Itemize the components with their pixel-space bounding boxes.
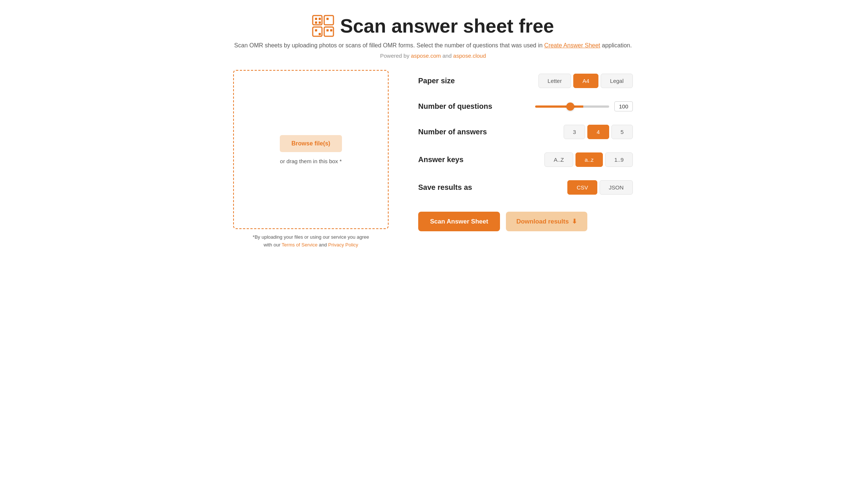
privacy-link[interactable]: Privacy Policy	[328, 242, 358, 248]
page-title: Scan answer sheet free	[340, 15, 554, 37]
action-buttons: Scan Answer Sheet Download results ⬇	[418, 212, 633, 231]
paper-size-label: Paper size	[418, 77, 507, 85]
drag-text: or drag them in this box *	[280, 158, 342, 164]
svg-rect-8	[326, 29, 329, 31]
create-answer-sheet-link[interactable]: Create Answer Sheet	[544, 42, 600, 48]
format-json[interactable]: JSON	[600, 180, 633, 195]
download-results-button[interactable]: Download results ⬇	[506, 212, 587, 231]
svg-rect-7	[324, 27, 333, 36]
svg-rect-5	[324, 16, 333, 25]
powered-by: Powered by aspose.com and aspose.cloud	[233, 53, 633, 59]
keys-lowercase[interactable]: a..z	[575, 152, 603, 167]
drop-zone[interactable]: Browse file(s) or drag them in this box …	[233, 70, 389, 229]
svg-rect-3	[315, 21, 317, 24]
questions-slider[interactable]	[535, 105, 609, 108]
save-format-control: CSV JSON	[567, 180, 633, 195]
save-results-label: Save results as	[418, 183, 507, 192]
tos-link[interactable]: Terms of Service	[282, 242, 318, 248]
paper-size-letter[interactable]: Letter	[538, 74, 571, 88]
svg-rect-2	[319, 18, 321, 20]
page-header: Scan answer sheet free Scan OMR sheets b…	[233, 15, 633, 59]
num-answers-row: Number of answers 3 4 5	[418, 125, 633, 139]
paper-size-legal[interactable]: Legal	[601, 74, 633, 88]
keys-uppercase[interactable]: A..Z	[544, 152, 573, 167]
svg-rect-11	[315, 29, 317, 31]
answer-keys-control: A..Z a..z 1..9	[544, 152, 633, 167]
omr-icon	[312, 15, 334, 37]
browse-files-button[interactable]: Browse file(s)	[280, 135, 342, 152]
num-questions-label: Number of questions	[418, 102, 507, 111]
num-answers-control: 3 4 5	[564, 125, 633, 139]
download-icon: ⬇	[572, 218, 577, 225]
svg-rect-4	[319, 21, 321, 24]
upload-section: Browse file(s) or drag them in this box …	[233, 70, 389, 249]
format-csv[interactable]: CSV	[567, 180, 597, 195]
num-answers-label: Number of answers	[418, 128, 507, 136]
paper-size-row: Paper size Letter A4 Legal	[418, 74, 633, 88]
answers-3[interactable]: 3	[564, 125, 585, 139]
upload-footer: *By uploading your files or using our se…	[233, 233, 389, 249]
paper-size-a4[interactable]: A4	[573, 74, 598, 88]
scan-answer-sheet-button[interactable]: Scan Answer Sheet	[418, 212, 500, 231]
aspose-com-link[interactable]: aspose.com	[411, 53, 441, 59]
answer-keys-label: Answer keys	[418, 155, 507, 164]
num-questions-row: Number of questions 100	[418, 101, 633, 111]
answers-5[interactable]: 5	[611, 125, 633, 139]
answers-4[interactable]: 4	[587, 125, 609, 139]
num-questions-control: 100	[535, 101, 633, 111]
header-subtitle: Scan OMR sheets by uploading photos or s…	[233, 42, 633, 49]
save-results-row: Save results as CSV JSON	[418, 180, 633, 195]
svg-rect-9	[330, 29, 332, 31]
questions-value: 100	[614, 101, 633, 111]
answer-keys-row: Answer keys A..Z a..z 1..9	[418, 152, 633, 167]
svg-rect-12	[319, 33, 321, 35]
svg-rect-1	[315, 18, 317, 20]
svg-rect-6	[326, 18, 329, 20]
paper-size-control: Letter A4 Legal	[538, 74, 633, 88]
keys-numeric[interactable]: 1..9	[605, 152, 633, 167]
settings-section: Paper size Letter A4 Legal Number of que…	[418, 70, 633, 231]
aspose-cloud-link[interactable]: aspose.cloud	[453, 53, 486, 59]
